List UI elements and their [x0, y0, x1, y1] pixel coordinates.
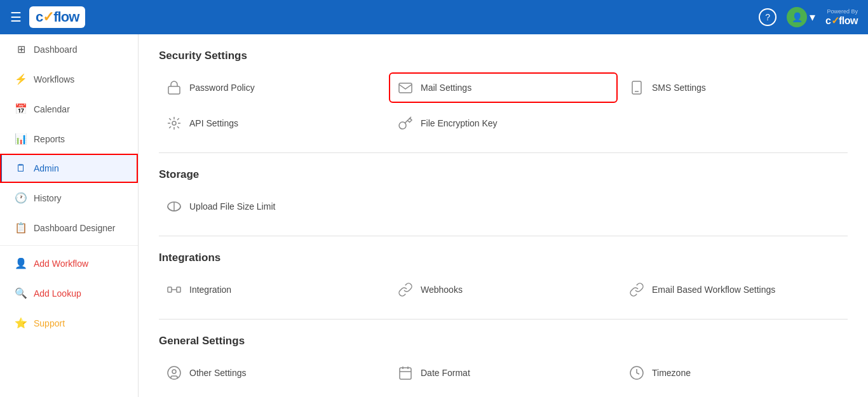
sidebar-item-support[interactable]: ⭐ Support — [0, 308, 138, 338]
section-title-integrations: Integrations — [159, 252, 848, 264]
hamburger-icon[interactable]: ☰ — [10, 10, 22, 25]
webhooks-label: Webhooks — [421, 285, 463, 295]
sidebar-label-history: History — [34, 193, 62, 203]
sidebar-item-reports[interactable]: 📊 Reports — [0, 124, 138, 154]
svg-rect-7 — [168, 287, 172, 292]
svg-rect-8 — [177, 287, 180, 292]
upload-file-size-limit-icon — [165, 198, 183, 215]
powered-logo: c✓flow — [825, 15, 858, 27]
section-general: General Settings Other Settings Date For… — [159, 335, 848, 397]
divider-integrations — [159, 319, 848, 320]
upload-file-size-limit-label: Upload File Size Limit — [189, 201, 275, 212]
settings-item-sms-settings[interactable]: SMS Settings — [621, 74, 848, 102]
settings-item-mail-settings[interactable]: Mail Settings — [390, 74, 616, 102]
logo-box[interactable]: c✓flow — [29, 6, 85, 28]
admin-icon: 🗒 — [15, 163, 27, 174]
sidebar-item-add-lookup[interactable]: 🔍 Add Lookup — [0, 278, 138, 308]
section-integrations: Integrations Integration Webhooks — [159, 252, 848, 304]
settings-item-weekends[interactable]: Weekends — [159, 394, 385, 397]
chevron-down-icon[interactable]: ▾ — [810, 10, 815, 24]
svg-rect-12 — [400, 368, 411, 379]
divider-storage — [159, 236, 848, 236]
mail-settings-icon — [397, 79, 414, 97]
other-settings-label: Other Settings — [189, 368, 247, 378]
settings-item-integration[interactable]: Integration — [159, 276, 385, 304]
svg-point-11 — [172, 370, 176, 373]
security-settings-grid: Password Policy Mail Settings SMS Settin… — [159, 74, 848, 137]
avatar[interactable]: 👤 — [787, 7, 807, 27]
settings-item-holiday-calendar[interactable]: Holiday Calendar — [390, 394, 616, 397]
powered-by: Powered By c✓flow — [825, 8, 858, 27]
integration-label: Integration — [189, 285, 231, 295]
add-workflow-icon: 👤 — [15, 257, 27, 269]
settings-item-email-based-workflow[interactable]: Email Based Workflow Settings — [621, 276, 848, 304]
sidebar-label-calendar: Calendar — [34, 104, 70, 114]
svg-rect-1 — [399, 83, 412, 93]
section-title-general: General Settings — [159, 335, 848, 347]
dashboard-icon: ⊞ — [15, 43, 27, 55]
settings-item-password-policy[interactable]: Password Policy — [159, 74, 385, 102]
sidebar-item-add-workflow[interactable]: 👤 Add Workflow — [0, 248, 138, 278]
user-menu[interactable]: 👤 ▾ — [787, 7, 815, 27]
dashboard-designer-icon: 📋 — [15, 222, 27, 234]
sidebar-label-add-workflow: Add Workflow — [34, 259, 88, 269]
sms-settings-icon — [628, 79, 646, 97]
sidebar-item-dashboard[interactable]: ⊞ Dashboard — [0, 34, 138, 64]
workflows-icon: ⚡ — [15, 73, 27, 85]
settings-item-date-format[interactable]: Date Format — [390, 359, 616, 387]
sidebar-item-admin[interactable]: 🗒 Admin — [0, 154, 138, 183]
sidebar-label-reports: Reports — [34, 134, 65, 144]
file-encryption-key-label: File Encryption Key — [421, 118, 498, 128]
api-settings-label: API Settings — [189, 118, 238, 128]
email-based-workflow-icon — [628, 281, 646, 299]
sidebar-divider — [0, 245, 138, 246]
sidebar-label-add-lookup: Add Lookup — [34, 288, 81, 299]
settings-item-webhooks[interactable]: Webhooks — [390, 276, 616, 304]
settings-item-upload-file-size-limit[interactable]: Upload File Size Limit — [159, 192, 385, 220]
svg-rect-2 — [632, 81, 641, 94]
history-icon: 🕐 — [15, 192, 27, 204]
settings-item-file-encryption-key[interactable]: File Encryption Key — [390, 109, 616, 137]
date-format-label: Date Format — [421, 368, 470, 378]
password-policy-label: Password Policy — [189, 83, 255, 93]
sms-settings-label: SMS Settings — [652, 83, 706, 93]
timezone-label: Timezone — [652, 368, 691, 378]
sidebar-label-support: Support — [34, 318, 65, 328]
header-right: ? 👤 ▾ Powered By c✓flow — [759, 7, 858, 27]
sidebar-label-workflows: Workflows — [34, 74, 74, 84]
file-encryption-key-icon — [397, 114, 414, 132]
settings-item-other-settings[interactable]: Other Settings — [159, 359, 385, 387]
api-settings-icon — [165, 114, 183, 132]
reports-icon: 📊 — [15, 133, 27, 145]
settings-item-timezone[interactable]: Timezone — [621, 359, 848, 387]
main-content: Security Settings Password Policy Mail S… — [139, 34, 868, 397]
calendar-icon: 📅 — [15, 103, 27, 115]
sidebar-item-history[interactable]: 🕐 History — [0, 183, 138, 213]
section-title-security: Security Settings — [159, 50, 848, 62]
section-security: Security Settings Password Policy Mail S… — [159, 50, 848, 137]
sidebar-label-dashboard: Dashboard — [34, 44, 78, 55]
email-based-workflow-label: Email Based Workflow Settings — [652, 285, 775, 295]
settings-item-api-settings[interactable]: API Settings — [159, 109, 385, 137]
svg-rect-0 — [168, 86, 180, 94]
section-storage: Storage Upload File Size Limit — [159, 168, 848, 220]
sidebar: ⊞ Dashboard ⚡ Workflows 📅 Calendar 📊 Rep… — [0, 34, 139, 397]
timezone-icon — [628, 364, 646, 382]
powered-by-text: Powered By — [827, 8, 858, 15]
other-settings-icon — [165, 364, 183, 382]
help-icon[interactable]: ? — [759, 8, 776, 26]
general-settings-grid: Other Settings Date Format Timezone — [159, 359, 848, 397]
webhooks-icon — [397, 281, 414, 299]
logo-text: c✓flow — [36, 9, 79, 25]
header-left: ☰ c✓flow — [10, 6, 85, 28]
integration-icon — [165, 281, 183, 299]
add-lookup-icon: 🔍 — [15, 287, 27, 299]
integrations-settings-grid: Integration Webhooks Email Based Workflo… — [159, 276, 848, 304]
storage-settings-grid: Upload File Size Limit — [159, 192, 848, 220]
sidebar-item-dashboard-designer[interactable]: 📋 Dashboard Designer — [0, 213, 138, 243]
body-wrap: ⊞ Dashboard ⚡ Workflows 📅 Calendar 📊 Rep… — [0, 34, 868, 397]
sidebar-item-workflows[interactable]: ⚡ Workflows — [0, 64, 138, 94]
header: ☰ c✓flow ? 👤 ▾ Powered By c✓flow — [0, 0, 868, 34]
sidebar-item-calendar[interactable]: 📅 Calendar — [0, 94, 138, 124]
divider-security — [159, 152, 848, 153]
